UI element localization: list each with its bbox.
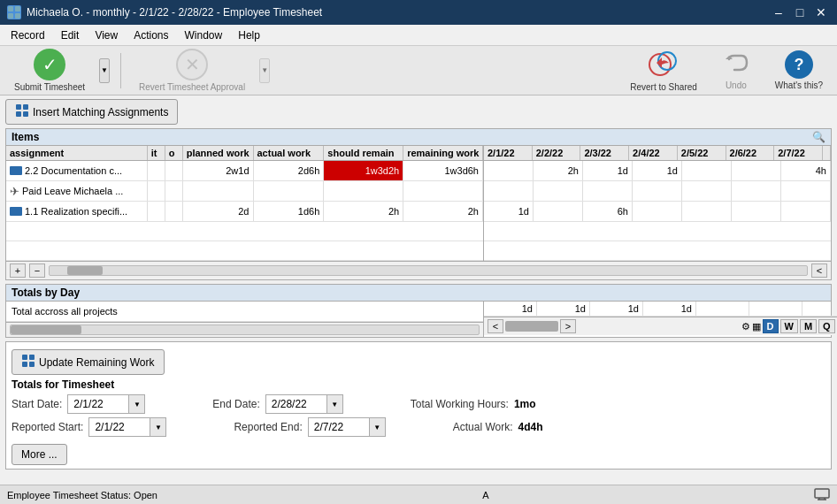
totals-scroll-left[interactable]: < xyxy=(488,319,503,333)
menu-record[interactable]: Record xyxy=(4,26,52,45)
start-date-dropdown[interactable]: ▼ xyxy=(129,394,145,414)
period-month-button[interactable]: M xyxy=(800,319,817,333)
actual-work-group: Actual Work: 4d4h xyxy=(453,421,543,433)
cell-it-1 xyxy=(148,161,165,180)
totals-grid-right: 1d 1d 1d 1d 4h < > ⚙ ▦ xyxy=(484,302,837,337)
submit-timesheet-button[interactable]: ✓ Submit Timesheet xyxy=(7,45,92,95)
title-bar-left: Michaela O. - monthly - 2/1/22 - 2/28/22… xyxy=(7,5,322,19)
cell-assignment-text-2: Paid Leave Michaela ... xyxy=(22,186,123,196)
start-date-group: Start Date: ▼ xyxy=(12,394,145,414)
update-btn-row: Update Remaining Work xyxy=(12,346,825,378)
svg-rect-10 xyxy=(23,111,28,117)
toolbar-right: Revert to Shared Undo ? What's this? xyxy=(623,45,830,95)
svg-rect-7 xyxy=(16,104,21,110)
cell-remaining-1: 1w3d6h xyxy=(403,161,483,180)
totals-date-val-6 xyxy=(749,302,802,316)
more-label: More ... xyxy=(21,448,58,461)
start-date-input-group: ▼ xyxy=(67,394,145,414)
menu-view[interactable]: View xyxy=(88,26,125,45)
items-header-row: assignment it o planned work actual work… xyxy=(6,146,483,161)
window-controls: – □ ✕ xyxy=(770,5,830,19)
reported-start-dropdown[interactable]: ▼ xyxy=(150,417,166,437)
date-row-empty-1 xyxy=(484,222,831,241)
totals-scroll-right[interactable]: > xyxy=(560,319,576,333)
monitor-icon xyxy=(814,488,830,502)
scroll-left-button[interactable]: < xyxy=(811,263,827,278)
cell-o-2 xyxy=(165,181,183,201)
undo-button[interactable]: Undo xyxy=(715,47,757,94)
end-date-input[interactable] xyxy=(265,394,327,414)
status-text: Employee Timesheet Status: Open xyxy=(7,490,157,500)
items-date-header: 2/1/22 2/2/22 2/3/22 2/4/22 2/5/22 2/6/2… xyxy=(484,146,831,161)
submit-dropdown[interactable]: ▼ xyxy=(99,57,110,85)
items-grid-left: assignment it o planned work actual work… xyxy=(6,146,484,261)
col-header-should: should remain xyxy=(324,146,403,160)
totals-scrollbar-h[interactable] xyxy=(10,325,480,335)
app-icon xyxy=(7,5,21,19)
cell-d3-r2 xyxy=(583,181,633,201)
period-week-button[interactable]: W xyxy=(780,319,798,333)
revert-dropdown[interactable]: ▼ xyxy=(259,57,270,85)
grid-icon[interactable]: ▦ xyxy=(752,321,761,332)
cell-actual-1: 2d6h xyxy=(254,161,325,180)
items-scrollbar-h[interactable] xyxy=(49,265,808,276)
revert-to-shared-button[interactable]: Revert to Shared xyxy=(623,45,704,95)
insert-matching-button[interactable]: Insert Matching Assignments xyxy=(5,99,178,125)
cell-d6-r3 xyxy=(732,202,781,221)
menu-edit[interactable]: Edit xyxy=(54,26,87,45)
whats-this-button[interactable]: ? What's this? xyxy=(768,47,830,94)
reported-end-dropdown[interactable]: ▼ xyxy=(370,417,386,437)
submit-label: Submit Timesheet xyxy=(14,82,85,92)
start-date-input[interactable] xyxy=(67,394,129,414)
period-quarter-button[interactable]: Q xyxy=(818,319,835,333)
cell-actual-2 xyxy=(254,181,325,201)
revert-timesheet-button[interactable]: ✕ Revert Timesheet Approval xyxy=(132,45,252,95)
date-row-1: 2h 1d 1d 4h xyxy=(484,161,831,181)
cell-d7-r2 xyxy=(781,181,831,201)
assignment-icon-leave: ✈ xyxy=(10,185,19,198)
update-remaining-button[interactable]: Update Remaining Work xyxy=(12,349,165,375)
end-date-dropdown[interactable]: ▼ xyxy=(327,394,343,414)
cell-it-2 xyxy=(148,181,165,201)
remove-row-button[interactable]: − xyxy=(29,263,45,278)
settings-icon[interactable]: ⚙ xyxy=(741,321,750,332)
col-header-assignment: assignment xyxy=(6,146,148,160)
col-header-planned: planned work xyxy=(183,146,254,160)
col-header-date-4: 2/4/22 xyxy=(629,146,678,160)
menu-help[interactable]: Help xyxy=(231,26,267,45)
reported-start-group: Reported Start: ▼ xyxy=(12,417,166,437)
search-icon[interactable]: 🔍 xyxy=(812,131,825,143)
cell-d3-r1: 1d xyxy=(583,161,633,180)
items-title: Items xyxy=(12,131,39,143)
menu-window[interactable]: Window xyxy=(178,26,230,45)
totals-grid: Total accross all projects 1d 1d 1d 1d xyxy=(6,302,831,337)
col-header-date-1: 2/1/22 xyxy=(484,146,533,160)
table-row: ✈ Paid Leave Michaela ... xyxy=(6,181,483,202)
menu-actions[interactable]: Actions xyxy=(127,26,175,45)
maximize-button[interactable]: □ xyxy=(791,5,809,19)
close-button[interactable]: ✕ xyxy=(812,5,830,19)
date-row-empty-2 xyxy=(484,241,831,261)
add-row-button[interactable]: + xyxy=(10,263,26,278)
col-header-date-6: 2/6/22 xyxy=(726,146,775,160)
title-bar: Michaela O. - monthly - 2/1/22 - 2/28/22… xyxy=(0,0,837,25)
assignment-icon-1 xyxy=(10,166,22,175)
update-icon xyxy=(21,354,35,370)
period-day-button[interactable]: D xyxy=(763,319,779,333)
totals-grid-left: Total accross all projects xyxy=(6,302,484,337)
cell-d1-r2 xyxy=(484,181,534,201)
col-header-remaining: remaining work xyxy=(403,146,483,160)
items-grid-toolbar: + − < xyxy=(6,261,831,279)
totals-date-val-7: 4h xyxy=(802,302,837,316)
reported-end-input[interactable] xyxy=(308,417,370,437)
cell-assignment-text-1: 2.2 Documentation c... xyxy=(25,165,122,176)
undo-icon xyxy=(722,50,750,79)
reported-start-input[interactable] xyxy=(88,417,150,437)
status-center: A xyxy=(482,490,488,500)
minimize-button[interactable]: – xyxy=(770,5,787,19)
totals-date-val-3: 1d xyxy=(590,302,643,316)
more-button[interactable]: More ... xyxy=(12,444,67,465)
total-working-hours-label: Total Working Hours: xyxy=(411,398,509,410)
actual-work-label: Actual Work: xyxy=(453,421,513,433)
cell-d5-r1 xyxy=(682,161,732,180)
